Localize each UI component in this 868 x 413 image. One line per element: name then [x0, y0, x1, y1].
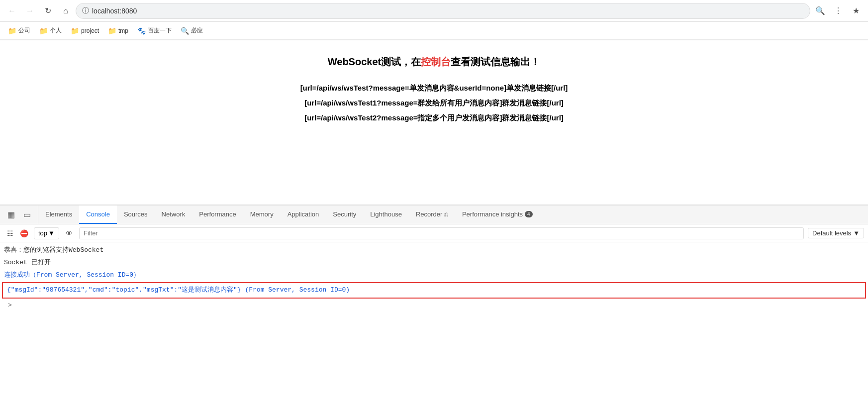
devtools-icon-group: ▦ ▭ [0, 206, 38, 224]
bookmark-label: 公司 [18, 26, 30, 35]
tab-application-label: Application [288, 210, 319, 218]
nav-right: 🔍 ⋮ ★ [812, 3, 864, 19]
tab-elements-label: Elements [45, 210, 72, 218]
folder-icon: 📁 [108, 27, 116, 35]
bookmark-tmp[interactable]: 📁 tmp [104, 25, 132, 37]
zoom-button[interactable]: 🔍 [812, 3, 828, 19]
bookmark-baidu[interactable]: 🐾 百度一下 [133, 24, 176, 37]
title-red: 控制台 [421, 56, 451, 67]
console-output: 恭喜：您的浏览器支持WebSocket Socket 已打开 连接成功（From… [0, 242, 868, 399]
bookmark-label: 必应 [191, 26, 203, 35]
top-selector[interactable]: top ▼ [34, 227, 59, 239]
tab-network-label: Network [162, 210, 186, 218]
folder-icon: 📁 [39, 27, 48, 35]
tab-memory[interactable]: Memory [243, 206, 281, 224]
home-button[interactable]: ⌂ [58, 3, 74, 19]
search-icon: 🔍 [181, 27, 189, 35]
title-before-red: WebSocket测试，在 [328, 56, 421, 67]
device-toolbar-button[interactable]: ▭ [20, 208, 34, 222]
bookmarks-bar: 📁 公司 📁 个人 📁 project 📁 tmp 🐾 百度一下 🔍 必应 [0, 22, 868, 40]
devtools-panel: ▦ ▭ Elements Console Sources Network Per… [0, 205, 868, 399]
tab-recorder[interactable]: Recorder ⎌ [409, 206, 455, 224]
address-bar[interactable]: ⓘ localhost:8080 [76, 3, 810, 19]
devtools-toolbar: ▦ ▭ Elements Console Sources Network Per… [0, 206, 868, 224]
bookmark-label: tmp [118, 27, 128, 34]
eye-button[interactable]: 👁 [63, 227, 75, 239]
tab-console[interactable]: Console [79, 206, 117, 224]
folder-icon: 📁 [8, 27, 16, 35]
console-line-2: Socket 已打开 [0, 257, 868, 269]
browser-chrome: ← → ↻ ⌂ ⓘ localhost:8080 🔍 ⋮ ★ 📁 公司 📁 个人… [0, 0, 868, 40]
chevron-down-icon: ▼ [853, 229, 860, 237]
devtools-tabs: Elements Console Sources Network Perform… [38, 206, 868, 224]
chevron-down-icon: ▼ [48, 229, 55, 237]
bookmark-button[interactable]: ★ [848, 3, 864, 19]
page-links: [url=/api/ws/wsTest?message=单发消息内容&userI… [10, 81, 858, 125]
filter-input[interactable] [79, 227, 804, 239]
console-line-1: 恭喜：您的浏览器支持WebSocket [0, 244, 868, 257]
link3: [url=/api/ws/wsTest2?message=指定多个用户发消息内容… [10, 110, 858, 125]
page-content: WebSocket测试，在控制台查看测试信息输出！ [url=/api/ws/w… [0, 40, 868, 205]
console-prompt[interactable]: > [0, 300, 868, 312]
bookmark-personal[interactable]: 📁 个人 [35, 24, 66, 37]
tab-sources-label: Sources [124, 210, 148, 218]
console-line-highlighted: {"msgId":"987654321","cmd":"topic","msgT… [2, 282, 866, 299]
top-selector-label: top [38, 229, 47, 237]
tab-security[interactable]: Security [326, 206, 363, 224]
link2: [url=/api/ws/wsTest1?message=群发给所有用户消息内容… [10, 96, 858, 110]
tab-lighthouse[interactable]: Lighthouse [363, 206, 409, 224]
tab-network[interactable]: Network [155, 206, 193, 224]
tab-console-label: Console [86, 210, 110, 218]
tab-security-label: Security [333, 210, 356, 218]
inspect-element-button[interactable]: ▦ [4, 208, 18, 222]
bookmark-project[interactable]: 📁 project [67, 25, 103, 37]
forward-button[interactable]: → [22, 3, 38, 19]
console-toolbar: ☷ ⛔ top ▼ 👁 Default levels ▼ [0, 224, 868, 242]
tab-sources[interactable]: Sources [117, 206, 155, 224]
lock-icon: ⓘ [82, 6, 89, 15]
bookmark-label: 个人 [50, 26, 62, 35]
bookmark-bing[interactable]: 🔍 必应 [177, 24, 207, 37]
share-button[interactable]: ⋮ [830, 3, 846, 19]
tab-performance-insights-label: Performance insights [462, 210, 523, 218]
address-text: localhost:8080 [92, 7, 137, 15]
bookmark-company[interactable]: 📁 公司 [4, 24, 34, 37]
sidebar-toggle-button[interactable]: ☷ [4, 227, 16, 239]
bookmark-label: 百度一下 [148, 26, 172, 35]
page-title: WebSocket测试，在控制台查看测试信息输出！ [10, 55, 858, 69]
folder-icon: 📁 [71, 27, 79, 35]
tab-performance-label: Performance [199, 210, 236, 218]
title-after-red: 查看测试信息输出！ [451, 56, 540, 67]
tab-lighthouse-label: Lighthouse [370, 210, 402, 218]
refresh-button[interactable]: ↻ [40, 3, 56, 19]
default-levels-label: Default levels [812, 229, 851, 237]
tab-application[interactable]: Application [281, 206, 326, 224]
nav-bar: ← → ↻ ⌂ ⓘ localhost:8080 🔍 ⋮ ★ [0, 0, 868, 22]
paw-icon: 🐾 [137, 27, 146, 35]
tab-performance-insights[interactable]: Performance insights 4 [455, 206, 540, 224]
performance-insights-badge: 4 [525, 211, 533, 217]
link1: [url=/api/ws/wsTest?message=单发消息内容&userI… [10, 81, 858, 96]
bookmark-label: project [81, 27, 99, 34]
default-levels-selector[interactable]: Default levels ▼ [808, 228, 864, 238]
tab-elements[interactable]: Elements [38, 206, 79, 224]
tab-memory-label: Memory [250, 210, 274, 218]
tab-recorder-label: Recorder ⎌ [416, 210, 448, 218]
console-line-3: 连接成功（From Server, Session ID=0） [0, 269, 868, 282]
console-left-icons: ☷ ⛔ [4, 227, 30, 239]
back-button[interactable]: ← [4, 3, 20, 19]
clear-console-button[interactable]: ⛔ [18, 227, 30, 239]
tab-performance[interactable]: Performance [192, 206, 243, 224]
